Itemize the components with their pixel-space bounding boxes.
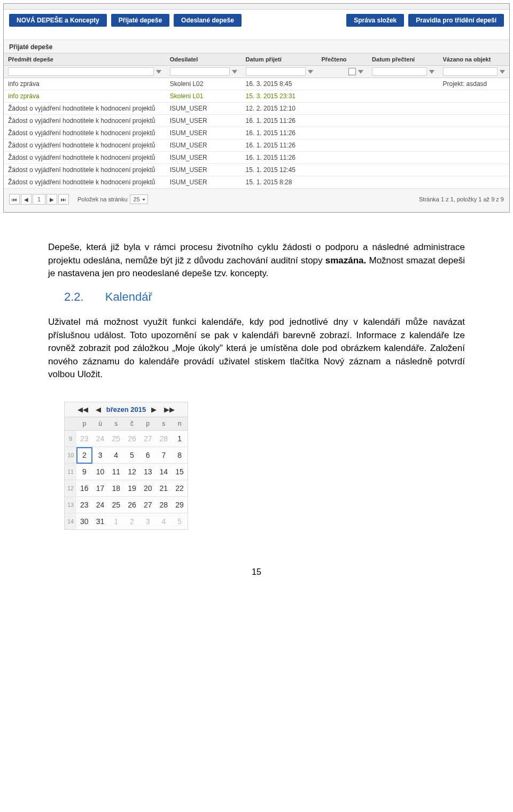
cal-day[interactable]: 31 — [92, 513, 108, 530]
received-button[interactable]: Přijaté depeše — [111, 14, 169, 27]
cal-day[interactable]: 5 — [172, 513, 188, 530]
cell-read — [317, 164, 368, 176]
table-row[interactable]: Žádost o vyjádření hodnotitele k hodnoce… — [4, 103, 509, 115]
filter-bound[interactable] — [443, 67, 498, 76]
filter-received[interactable] — [246, 67, 306, 76]
cal-day[interactable]: 25 — [108, 431, 124, 447]
pager-last[interactable]: ⏭ — [58, 194, 69, 205]
cal-day[interactable]: 19 — [124, 480, 140, 497]
cal-day[interactable]: 1 — [108, 513, 124, 530]
col-bound[interactable]: Vázano na objekt — [439, 53, 509, 66]
cal-prev-year[interactable]: ◀◀ — [75, 405, 90, 413]
cal-day[interactable]: 8 — [172, 447, 188, 464]
funnel-icon[interactable] — [500, 70, 505, 74]
cal-day[interactable]: 2 — [124, 513, 140, 530]
cal-day[interactable]: 28 — [156, 431, 172, 447]
document-body: Depeše, která již byla v rámci procesu ž… — [0, 216, 513, 402]
cal-day[interactable]: 24 — [92, 497, 108, 513]
cell-subject: Žádost o vyjádření hodnotitele k hodnoce… — [4, 115, 166, 127]
cal-day[interactable]: 5 — [124, 447, 140, 464]
cal-day[interactable]: 23 — [76, 497, 92, 513]
table-row[interactable]: Žádost o vyjádření hodnotitele k hodnoce… — [4, 139, 509, 152]
cal-day[interactable]: 23 — [76, 431, 92, 447]
cell-bound — [439, 164, 509, 176]
cal-day[interactable]: 24 — [92, 431, 108, 447]
cal-day[interactable]: 4 — [156, 513, 172, 530]
folders-button[interactable]: Správa složek — [346, 14, 404, 27]
pager-next[interactable]: ▶ — [46, 194, 57, 205]
cal-next-month[interactable]: ▶ — [149, 405, 159, 413]
cal-day[interactable]: 1 — [172, 431, 188, 447]
funnel-icon[interactable] — [308, 70, 313, 74]
col-read[interactable]: Přečteno — [317, 53, 368, 66]
per-page-select[interactable]: 25 — [130, 194, 148, 204]
cal-day[interactable]: 2 — [76, 447, 92, 464]
cal-day[interactable]: 26 — [124, 497, 140, 513]
cal-day[interactable]: 7 — [156, 447, 172, 464]
col-received[interactable]: Datum přijetí — [242, 53, 317, 66]
table-row[interactable]: Žádost o vyjádření hodnotitele k hodnoce… — [4, 176, 509, 189]
rules-button[interactable]: Pravidla pro třídění depeší — [408, 14, 504, 27]
cal-day[interactable]: 28 — [156, 497, 172, 513]
cell-sender: Skoleni L02 — [166, 78, 242, 90]
cal-day[interactable]: 22 — [172, 480, 188, 497]
toolbar: NOVÁ DEPEŠE a Koncepty Přijaté depeše Od… — [4, 10, 509, 40]
table-row[interactable]: info zprávaSkoleni L0115. 3. 2015 23:31 — [4, 90, 509, 103]
pager-prev[interactable]: ◀ — [21, 194, 32, 205]
filter-subject[interactable] — [8, 67, 154, 76]
table-row[interactable]: Žádost o vyjádření hodnotitele k hodnoce… — [4, 115, 509, 127]
funnel-icon[interactable] — [156, 70, 161, 74]
app-screenshot: NOVÁ DEPEŠE a Koncepty Přijaté depeše Od… — [3, 3, 510, 213]
funnel-icon[interactable] — [358, 70, 363, 74]
table-row[interactable]: Žádost o vyjádření hodnotitele k hodnoce… — [4, 152, 509, 164]
pager-first[interactable]: ⏮ — [9, 194, 20, 205]
cal-day[interactable]: 27 — [140, 497, 156, 513]
cell-read_date — [368, 103, 438, 115]
cal-day[interactable]: 10 — [92, 464, 108, 480]
cal-day[interactable]: 26 — [124, 431, 140, 447]
col-read-date[interactable]: Datum přečtení — [368, 53, 438, 66]
cal-day[interactable]: 25 — [108, 497, 124, 513]
cal-day[interactable]: 29 — [172, 497, 188, 513]
col-sender[interactable]: Odesilatel — [166, 53, 242, 66]
cal-day[interactable]: 13 — [140, 464, 156, 480]
cal-week-number: 11 — [65, 464, 76, 480]
cal-day[interactable]: 11 — [108, 464, 124, 480]
funnel-icon[interactable] — [232, 70, 237, 74]
cal-day[interactable]: 27 — [140, 431, 156, 447]
cell-received: 16. 1. 2015 11:26 — [242, 115, 317, 127]
calendar-widget: ◀◀ ◀ březen 2015 ▶ ▶▶ púsčpsn 9232425262… — [64, 402, 188, 530]
cal-day[interactable]: 14 — [156, 464, 172, 480]
filter-read-checkbox[interactable] — [348, 68, 356, 75]
cal-prev-month[interactable]: ◀ — [94, 405, 103, 413]
sent-button[interactable]: Odeslané depeše — [174, 14, 242, 27]
cal-day[interactable]: 17 — [92, 480, 108, 497]
filter-sender[interactable] — [170, 67, 230, 76]
table-row[interactable]: info zprávaSkoleni L0216. 3. 2015 8:45Pr… — [4, 78, 509, 90]
cal-day[interactable]: 20 — [140, 480, 156, 497]
filter-read-date[interactable] — [372, 67, 426, 76]
cal-day[interactable]: 3 — [92, 447, 108, 464]
cal-day[interactable]: 12 — [124, 464, 140, 480]
cell-subject: Žádost o vyjádření hodnotitele k hodnoce… — [4, 176, 166, 189]
cal-day[interactable]: 15 — [172, 464, 188, 480]
cal-day[interactable]: 6 — [140, 447, 156, 464]
cal-day[interactable]: 21 — [156, 480, 172, 497]
cal-day[interactable]: 18 — [108, 480, 124, 497]
cal-day[interactable]: 30 — [76, 513, 92, 530]
pager-page[interactable]: 1 — [33, 194, 45, 205]
cell-sender: ISUM_USER — [166, 127, 242, 139]
cal-day[interactable]: 16 — [76, 480, 92, 497]
funnel-icon[interactable] — [429, 70, 434, 74]
table-row[interactable]: Žádost o vyjádření hodnotitele k hodnoce… — [4, 127, 509, 139]
cal-day[interactable]: 4 — [108, 447, 124, 464]
table-row[interactable]: Žádost o vyjádření hodnotitele k hodnoce… — [4, 164, 509, 176]
cal-day[interactable]: 9 — [76, 464, 92, 480]
col-subject[interactable]: Předmět depeše — [4, 53, 166, 66]
cell-received: 12. 2. 2015 12:10 — [242, 103, 317, 115]
heading-text: Kalendář — [105, 290, 152, 304]
cal-next-year[interactable]: ▶▶ — [162, 405, 177, 413]
new-message-button[interactable]: NOVÁ DEPEŠE a Koncepty — [9, 14, 107, 27]
cell-sender: ISUM_USER — [166, 164, 242, 176]
cal-day[interactable]: 3 — [140, 513, 156, 530]
